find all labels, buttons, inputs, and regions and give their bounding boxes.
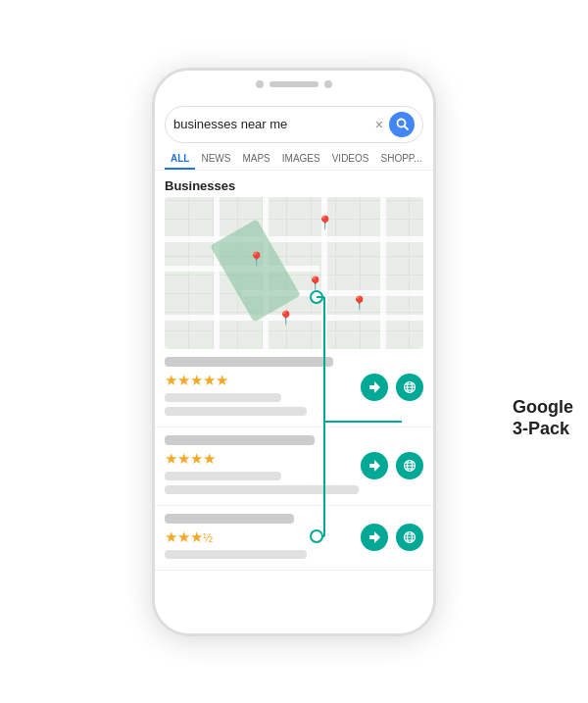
listing-2-detail2 xyxy=(165,485,359,494)
map-area[interactable]: 📍 📍 📍 📍 📍 .map-pin { color: #00a896; fon… xyxy=(165,197,423,349)
map-pin-1: 📍 xyxy=(317,215,333,230)
directions-icon-2[interactable] xyxy=(361,452,388,479)
google-pack-line1: Google xyxy=(513,397,573,419)
search-bar[interactable]: businesses near me × xyxy=(165,106,423,143)
camera-icon xyxy=(256,80,264,88)
listing-2-title xyxy=(165,435,315,445)
tab-news[interactable]: NEWS xyxy=(195,149,236,170)
listing-3-title xyxy=(165,514,294,524)
directions-icon-3[interactable] xyxy=(361,524,388,551)
search-button[interactable] xyxy=(389,112,415,137)
listing-1-detail1 xyxy=(165,393,281,402)
tab-images[interactable]: IMAGES xyxy=(276,149,326,170)
listing-2-actions xyxy=(361,452,423,479)
listing-3-detail1 xyxy=(165,550,307,559)
tab-maps[interactable]: MAPS xyxy=(236,149,275,170)
listing-1-detail2 xyxy=(165,407,307,416)
listing-2-detail1 xyxy=(165,472,281,480)
camera2-icon xyxy=(324,80,332,88)
website-icon-3[interactable] xyxy=(396,524,423,551)
google-pack-line2: 3-Pack xyxy=(513,419,573,440)
svg-marker-8 xyxy=(369,460,380,472)
listing-3: ★★★½ xyxy=(155,506,433,571)
map-pin-2: 📍 xyxy=(248,251,265,267)
phone-shell: businesses near me × ALL NEWS MAPS IMAGE… xyxy=(152,68,436,636)
screen: businesses near me × ALL NEWS MAPS IMAGE… xyxy=(155,98,433,633)
svg-marker-2 xyxy=(369,381,380,393)
search-icon xyxy=(396,118,409,130)
svg-line-1 xyxy=(405,126,408,129)
google-pack-container: Google 3-Pack xyxy=(513,397,573,439)
search-query: businesses near me xyxy=(173,117,375,131)
tab-shopping[interactable]: SHOPP... xyxy=(375,149,428,170)
listing-3-actions xyxy=(361,524,423,551)
svg-point-24 xyxy=(311,530,322,542)
listing-1-actions xyxy=(361,374,423,401)
nav-tabs: ALL NEWS MAPS IMAGES VIDEOS SHOPP... xyxy=(155,149,433,171)
map-pin-4: 📍 xyxy=(351,295,368,311)
svg-marker-14 xyxy=(369,531,380,543)
website-icon-1[interactable] xyxy=(396,374,423,401)
clear-button[interactable]: × xyxy=(375,117,383,132)
speaker xyxy=(270,81,318,87)
listing-2: ★★★★ xyxy=(155,427,433,506)
tab-videos[interactable]: VIDEOS xyxy=(326,149,375,170)
tab-all[interactable]: ALL xyxy=(165,149,195,170)
map-pin-5: 📍 xyxy=(277,310,294,326)
phone-notch xyxy=(155,71,433,98)
connector-line xyxy=(323,412,407,431)
scene: businesses near me × ALL NEWS MAPS IMAGE… xyxy=(0,0,588,703)
svg-point-0 xyxy=(397,120,405,127)
website-icon-2[interactable] xyxy=(396,452,423,479)
directions-icon-1[interactable] xyxy=(361,374,388,401)
section-title: Businesses xyxy=(155,171,433,197)
